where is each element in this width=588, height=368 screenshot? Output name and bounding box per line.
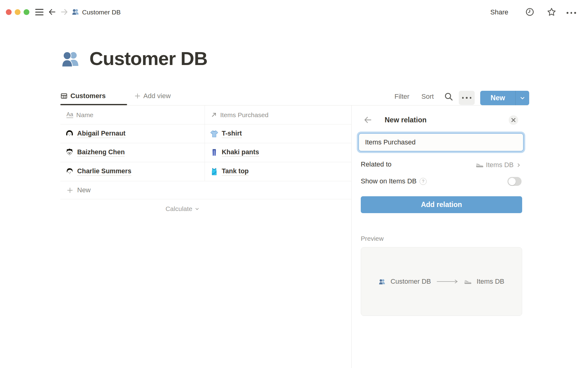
back-arrow-icon — [363, 115, 372, 125]
window-minimize-button[interactable] — [15, 9, 21, 15]
calculate-button[interactable]: Calculate — [60, 199, 205, 218]
sidebar-menu-icon[interactable] — [35, 9, 43, 15]
show-on-label: Show on Items DB — [361, 177, 417, 185]
add-view-button[interactable]: Add view — [134, 92, 171, 100]
table-row: Charlie Summers Tank top — [60, 162, 351, 181]
window-zoom-button[interactable] — [24, 9, 29, 15]
table-view-icon — [60, 92, 68, 100]
column-items-label: Items Purchased — [220, 111, 269, 119]
view-options-button[interactable] — [459, 91, 475, 105]
add-relation-button[interactable]: Add relation — [361, 196, 522, 213]
row3-name-link: Charlie Summers — [77, 167, 131, 176]
filter-button[interactable]: Filter — [394, 93, 409, 101]
back-button[interactable] — [48, 8, 56, 16]
avatar-charlie — [65, 167, 74, 176]
favorite-button[interactable] — [547, 7, 556, 17]
related-to-value: Items DB — [486, 161, 514, 169]
close-icon — [511, 118, 516, 122]
star-icon — [547, 7, 556, 17]
new-button-group: New — [480, 91, 529, 105]
tab-customers[interactable]: Customers — [60, 92, 106, 100]
preview-card: Customer DB Items DB — [361, 247, 522, 316]
sneaker-icon — [464, 278, 472, 286]
forward-arrow-icon — [60, 8, 69, 16]
chevron-down-icon — [519, 95, 526, 101]
relation-arrow — [436, 279, 459, 284]
forward-button[interactable] — [60, 8, 69, 16]
chevron-right-icon — [516, 163, 521, 168]
avatar-abigail — [65, 129, 74, 138]
notion-window: Customer DB Share Customer DB Customers … — [0, 0, 588, 368]
tab-customers-label: Customers — [70, 92, 106, 100]
row2-item-cell[interactable]: Khaki pants — [210, 143, 259, 162]
toggle-knob — [508, 178, 516, 185]
show-on-label-row: Show on Items DB ? — [361, 177, 427, 185]
page-icon-people[interactable] — [61, 49, 80, 69]
row2-name-cell[interactable]: Baizheng Chen — [65, 143, 125, 162]
column-header-items-purchased[interactable]: Items Purchased — [211, 105, 269, 124]
preview-label: Preview — [361, 235, 384, 242]
ellipsis-icon — [462, 91, 472, 105]
chevron-down-icon — [194, 206, 200, 212]
related-to-selector[interactable]: Items DB — [426, 160, 521, 170]
tanktop-icon — [210, 167, 218, 176]
back-arrow-icon — [48, 8, 56, 16]
new-button[interactable]: New — [480, 91, 516, 105]
sneaker-icon — [476, 161, 484, 169]
relation-arrow-icon — [211, 112, 217, 118]
plus-icon — [134, 93, 141, 99]
sort-button[interactable]: Sort — [421, 93, 434, 101]
preview-diagram: Customer DB Items DB — [379, 278, 504, 286]
row1-name-cell[interactable]: Abigail Pernaut — [65, 125, 126, 143]
breadcrumb[interactable]: Customer DB — [82, 9, 121, 16]
jeans-icon — [210, 148, 218, 157]
clock-icon — [525, 7, 535, 17]
page-title: Customer DB — [89, 48, 207, 69]
help-icon[interactable]: ? — [420, 178, 427, 185]
preview-source-label: Customer DB — [390, 278, 431, 286]
add-view-label: Add view — [143, 92, 171, 100]
row3-name-cell[interactable]: Charlie Summers — [65, 162, 131, 181]
column-name-label: Name — [76, 111, 93, 119]
table-row: Abigail Pernaut T-shirt — [60, 124, 351, 143]
table-header: Aa Name Items Purchased — [60, 105, 351, 124]
row2-item-link: Khaki pants — [222, 148, 259, 157]
topbar: Customer DB Share — [0, 0, 588, 20]
tshirt-icon — [210, 130, 218, 138]
row2-name-link: Baizheng Chen — [77, 148, 125, 157]
title-property-icon: Aa — [66, 112, 73, 118]
ellipsis-icon — [567, 8, 576, 18]
related-to-label: Related to — [361, 160, 391, 168]
new-dropdown-button[interactable] — [516, 91, 529, 105]
search-icon — [443, 91, 454, 102]
search-button[interactable] — [443, 91, 454, 102]
panel-divider — [351, 105, 352, 368]
window-close-button[interactable] — [6, 9, 12, 15]
new-row-label: New — [77, 186, 91, 194]
show-on-toggle[interactable] — [507, 177, 522, 186]
plus-icon — [66, 187, 74, 194]
topbar-more-button[interactable] — [567, 8, 576, 18]
row3-item-link: Tank top — [222, 167, 249, 176]
table-new-row-button[interactable]: New — [60, 181, 351, 199]
panel-back-button[interactable] — [363, 115, 372, 125]
column-header-name[interactable]: Aa Name — [66, 105, 93, 124]
row1-item-link: T-shirt — [222, 130, 242, 138]
row1-name-link: Abigail Pernaut — [77, 130, 126, 138]
row1-item-cell[interactable]: T-shirt — [210, 125, 242, 143]
row3-item-cell[interactable]: Tank top — [210, 162, 249, 181]
table-row: Baizheng Chen Khaki pants — [60, 143, 351, 162]
preview-target-label: Items DB — [477, 278, 504, 286]
avatar-baizheng — [65, 148, 74, 157]
panel-close-button[interactable] — [509, 115, 518, 125]
share-button[interactable]: Share — [490, 8, 508, 16]
panel-title: New relation — [385, 116, 427, 124]
calculate-label: Calculate — [165, 205, 192, 213]
people-icon — [379, 278, 386, 285]
relation-name-input[interactable] — [358, 133, 524, 151]
updates-button[interactable] — [525, 7, 535, 17]
people-icon — [72, 8, 79, 16]
